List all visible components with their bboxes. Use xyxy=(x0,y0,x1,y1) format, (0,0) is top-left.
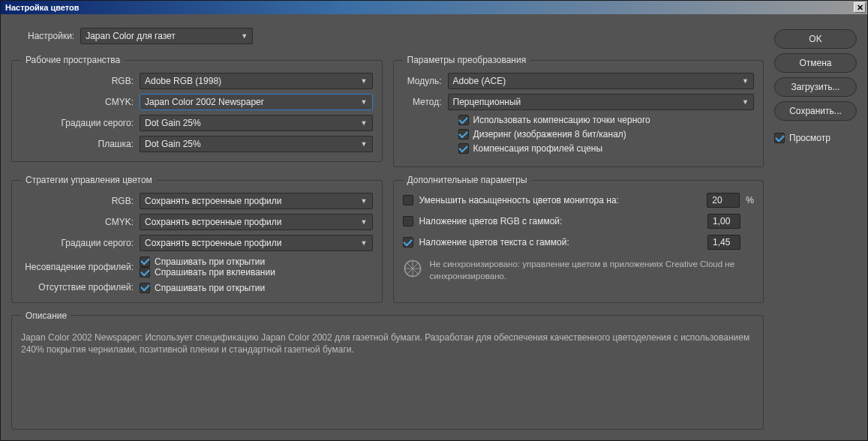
ws-gray-label: Градации серого: xyxy=(21,118,134,128)
chevron-down-icon: ▼ xyxy=(361,239,368,247)
conversion-group: Параметры преобразования Модуль: Adobe (… xyxy=(393,55,764,167)
mismatch-open-checkbox[interactable] xyxy=(140,256,150,267)
color-settings-dialog: Настройка цветов ✕ Настройки: Japan Colo… xyxy=(0,0,868,441)
ok-button[interactable]: OK xyxy=(774,29,857,49)
chevron-down-icon: ▼ xyxy=(361,218,368,226)
black-point-label: Использовать компенсацию точки черного xyxy=(473,115,650,125)
missing-open-checkbox[interactable] xyxy=(140,283,150,293)
pol-rgb-select[interactable]: Сохранять встроенные профили ▼ xyxy=(140,193,373,209)
blend-rgb-input[interactable]: 1,00 xyxy=(707,214,740,229)
chevron-down-icon: ▼ xyxy=(361,98,368,106)
conv-method-label: Метод: xyxy=(403,97,442,107)
dithering-checkbox[interactable] xyxy=(458,129,469,140)
scene-profile-checkbox[interactable] xyxy=(458,143,469,154)
mismatch-paste-checkbox[interactable] xyxy=(140,267,150,278)
missing-label: Отсутствие профилей: xyxy=(21,282,134,292)
pol-rgb-label: RGB: xyxy=(21,196,134,206)
pol-cmyk-label: CMYK: xyxy=(21,217,134,227)
desaturate-input[interactable]: 20 xyxy=(707,193,740,208)
chevron-down-icon: ▼ xyxy=(742,77,749,85)
advanced-group: Дополнительные параметры Уменьшить насыщ… xyxy=(393,175,764,303)
black-point-checkbox[interactable] xyxy=(458,115,469,125)
preview-label: Просмотр xyxy=(789,133,830,143)
sync-warning-icon xyxy=(403,259,422,278)
description-text: Japan Color 2002 Newspaper: Использует с… xyxy=(21,332,754,357)
mismatch-open-label: Спрашивать при открытии xyxy=(155,256,265,267)
ws-rgb-label: RGB: xyxy=(21,76,134,86)
pol-gray-label: Градации серого: xyxy=(21,238,134,248)
chevron-down-icon: ▼ xyxy=(742,98,749,106)
desaturate-checkbox[interactable] xyxy=(403,195,413,206)
preview-checkbox[interactable] xyxy=(774,133,785,143)
description-legend: Описание xyxy=(21,310,71,321)
percent-suffix: % xyxy=(746,195,754,206)
mismatch-label: Несовпадение профилей: xyxy=(21,262,134,272)
conversion-legend: Параметры преобразования xyxy=(403,55,531,65)
blend-rgb-label: Наложение цветов RGB с гаммой: xyxy=(419,216,702,226)
conv-method-select[interactable]: Перцепционный ▼ xyxy=(448,94,755,110)
mismatch-paste-label: Спрашивать при вклеивании xyxy=(155,267,275,278)
desaturate-label: Уменьшить насыщенность цветов монитора н… xyxy=(419,195,701,206)
titlebar: Настройка цветов ✕ xyxy=(1,1,867,14)
scene-profile-label: Компенсация профилей сцены xyxy=(473,143,603,154)
cancel-button[interactable]: Отмена xyxy=(774,53,857,73)
sync-text: Не синхронизировано: управление цветом в… xyxy=(430,259,755,282)
chevron-down-icon: ▼ xyxy=(361,197,368,205)
chevron-down-icon: ▼ xyxy=(361,140,368,148)
conv-module-select[interactable]: Adobe (ACE) ▼ xyxy=(448,73,755,89)
advanced-legend: Дополнительные параметры xyxy=(403,175,532,185)
policies-legend: Стратегии управления цветом xyxy=(21,175,157,185)
save-button[interactable]: Сохранить... xyxy=(774,101,857,121)
policies-group: Стратегии управления цветом RGB: Сохраня… xyxy=(11,175,383,303)
workspaces-legend: Рабочие пространства xyxy=(21,55,125,65)
chevron-down-icon: ▼ xyxy=(361,77,368,85)
chevron-down-icon: ▼ xyxy=(361,119,368,127)
ws-cmyk-label: CMYK: xyxy=(21,97,134,107)
description-group: Описание Japan Color 2002 Newspaper: Исп… xyxy=(11,310,764,430)
ws-spot-label: Плашка: xyxy=(21,139,134,149)
blend-text-label: Наложение цветов текста с гаммой: xyxy=(419,237,702,248)
settings-label: Настройки: xyxy=(28,31,74,41)
missing-open-label: Спрашивать при открытии xyxy=(155,283,265,293)
blend-text-checkbox[interactable] xyxy=(403,237,413,248)
pol-cmyk-select[interactable]: Сохранять встроенные профили ▼ xyxy=(140,214,373,230)
ws-gray-select[interactable]: Dot Gain 25% ▼ xyxy=(140,115,373,131)
conv-module-label: Модуль: xyxy=(403,76,442,86)
pol-gray-select[interactable]: Сохранять встроенные профили ▼ xyxy=(140,235,373,251)
ws-rgb-select[interactable]: Adobe RGB (1998) ▼ xyxy=(140,73,373,89)
settings-select[interactable]: Japan Color для газет ▼ xyxy=(80,28,253,44)
ws-spot-select[interactable]: Dot Gain 25% ▼ xyxy=(140,136,373,152)
load-button[interactable]: Загрузить... xyxy=(774,77,857,97)
dithering-label: Дизеринг (изображения 8 бит/канал) xyxy=(473,129,626,140)
blend-rgb-checkbox[interactable] xyxy=(403,216,413,226)
blend-text-input[interactable]: 1,45 xyxy=(707,235,740,250)
workspaces-group: Рабочие пространства RGB: Adobe RGB (199… xyxy=(11,55,383,162)
window-title: Настройка цветов xyxy=(5,3,80,12)
close-icon[interactable]: ✕ xyxy=(854,2,866,13)
ws-cmyk-select[interactable]: Japan Color 2002 Newspaper ▼ xyxy=(140,94,373,110)
chevron-down-icon: ▼ xyxy=(241,32,248,40)
